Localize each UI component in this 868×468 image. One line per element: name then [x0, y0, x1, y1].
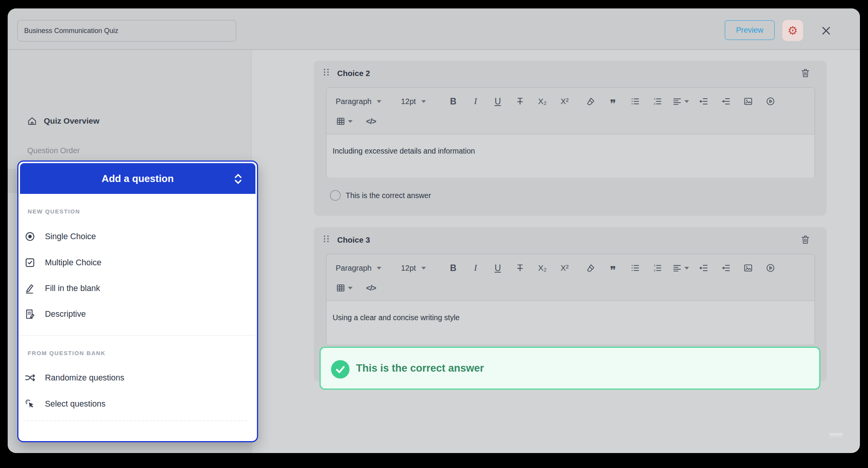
menu-item-fill-in-the-blank[interactable]: Fill in the blank: [20, 280, 255, 297]
bullet-list-button[interactable]: [628, 94, 643, 109]
paragraph-dropdown-value: Paragraph: [336, 264, 371, 273]
strikethrough-button[interactable]: T: [512, 94, 528, 109]
superscript-button[interactable]: X²: [557, 94, 572, 109]
choice-text-area[interactable]: Using a clear and concise writing style: [326, 301, 815, 344]
scroll-hint: [830, 433, 843, 439]
menu-item-multiple-choice[interactable]: Multiple Choice: [20, 254, 255, 271]
clear-formatting-button[interactable]: [583, 94, 598, 109]
menu-item-select-questions[interactable]: Select questions: [20, 395, 255, 412]
paragraph-dropdown[interactable]: Paragraph: [336, 97, 391, 106]
font-size-dropdown-value: 12pt: [401, 97, 416, 106]
add-question-panel: Add a question NEW QUESTION Single Choic…: [17, 160, 258, 442]
sidebar-item-quiz-overview[interactable]: Quiz Overview: [8, 112, 252, 129]
font-size-dropdown[interactable]: 12pt: [401, 97, 439, 106]
outdent-button[interactable]: [696, 94, 711, 109]
checkbox-icon: [24, 257, 36, 268]
editor-toolbar-row-2: </>: [326, 279, 815, 297]
indent-icon: [721, 96, 731, 106]
play-circle-icon: [765, 96, 775, 106]
radio-unselected-icon[interactable]: [330, 190, 341, 201]
italic-button[interactable]: I: [468, 260, 483, 276]
drag-handle-icon[interactable]: [324, 235, 329, 244]
paragraph-dropdown[interactable]: Paragraph: [336, 264, 391, 273]
bold-button[interactable]: B: [446, 260, 461, 276]
blockquote-button[interactable]: ❞: [605, 260, 621, 276]
clear-formatting-button[interactable]: [583, 260, 598, 276]
radio-icon: [24, 231, 36, 242]
correct-answer-option[interactable]: This is the correct answer: [330, 190, 431, 201]
align-button[interactable]: [672, 260, 689, 276]
caret-down-icon: [377, 100, 381, 103]
image-icon: [743, 96, 753, 106]
menu-item-label: Select questions: [45, 399, 106, 409]
font-size-dropdown-value: 12pt: [401, 264, 416, 273]
delete-choice-button[interactable]: [800, 234, 812, 245]
shuffle-icon: [24, 372, 36, 384]
svg-text:1: 1: [654, 264, 656, 267]
menu-item-single-choice[interactable]: Single Choice: [20, 228, 255, 245]
caret-down-icon: [421, 267, 426, 270]
preview-button[interactable]: Preview: [725, 20, 775, 40]
outdent-icon: [699, 263, 709, 273]
trash-icon: [800, 234, 812, 245]
indent-button[interactable]: [718, 260, 734, 276]
strikethrough-button[interactable]: T: [512, 260, 528, 276]
trash-icon: [800, 68, 812, 78]
code-button[interactable]: </>: [363, 280, 379, 296]
underline-button[interactable]: U: [490, 260, 505, 276]
bullet-list-icon: [630, 96, 640, 106]
delete-choice-button[interactable]: [800, 67, 812, 79]
table-icon: [336, 283, 346, 293]
menu-item-label: Multiple Choice: [45, 258, 101, 268]
insert-image-button[interactable]: [740, 94, 756, 109]
check-circle-icon: [331, 360, 350, 379]
bullet-list-button[interactable]: [628, 260, 643, 276]
numbered-list-icon: 1 2: [653, 263, 663, 273]
choice-text-area[interactable]: Including excessive details and informat…: [326, 134, 815, 178]
menu-item-descriptive[interactable]: Descriptive: [20, 306, 255, 322]
correct-answer-banner[interactable]: This is the correct answer: [320, 347, 820, 390]
chevron-up-down-icon: [232, 172, 244, 185]
subscript-button[interactable]: X₂: [535, 94, 550, 109]
add-question-dropdown-button[interactable]: Add a question: [20, 163, 255, 194]
editor-toolbar-row-1: Paragraph 12pt B I U T X₂ X²: [326, 92, 815, 111]
align-button[interactable]: [672, 94, 689, 109]
numbered-list-button[interactable]: 1 2: [650, 94, 665, 109]
image-icon: [743, 263, 753, 273]
insert-media-button[interactable]: [763, 260, 778, 276]
align-left-icon: [672, 96, 682, 106]
quiz-title-input[interactable]: [17, 20, 236, 41]
blockquote-button[interactable]: ❞: [605, 94, 621, 109]
table-button[interactable]: [336, 114, 353, 129]
settings-button[interactable]: ⚙: [782, 20, 803, 41]
add-question-title: Add a question: [20, 163, 255, 194]
superscript-button[interactable]: X²: [557, 260, 572, 276]
menu-dashed-divider: [23, 420, 247, 421]
numbered-list-button[interactable]: 1 2: [650, 260, 665, 276]
caret-down-icon: [421, 100, 426, 103]
code-button[interactable]: </>: [363, 114, 379, 129]
outdent-button[interactable]: [696, 260, 711, 276]
subscript-button[interactable]: X₂: [535, 260, 550, 276]
menu-item-label: Randomize questions: [45, 373, 124, 383]
screenshot-frame: Preview ⚙ Quiz Overview Question Order: [0, 0, 868, 468]
menu-item-label: Descriptive: [45, 309, 86, 319]
insert-media-button[interactable]: [763, 94, 778, 109]
choice-card: Choice 2 Paragraph 12pt B I: [314, 61, 827, 216]
underline-button[interactable]: U: [490, 94, 505, 109]
drag-handle-icon[interactable]: [324, 69, 329, 77]
paragraph-dropdown-value: Paragraph: [336, 97, 371, 106]
bold-button[interactable]: B: [446, 94, 461, 109]
insert-image-button[interactable]: [740, 260, 756, 276]
editor-toolbar-row-2: </>: [326, 112, 815, 131]
correct-answer-banner-label: This is the correct answer: [356, 362, 484, 374]
menu-item-randomize-questions[interactable]: Randomize questions: [20, 369, 255, 386]
rich-text-editor: Paragraph 12pt B I U T X₂ X²: [326, 254, 815, 344]
font-size-dropdown[interactable]: 12pt: [401, 264, 439, 273]
italic-button[interactable]: I: [468, 94, 483, 109]
indent-button[interactable]: [718, 94, 734, 109]
svg-text:1: 1: [654, 97, 656, 101]
table-button[interactable]: [336, 280, 353, 296]
caret-down-icon: [684, 100, 689, 103]
close-button[interactable]: [820, 23, 835, 38]
